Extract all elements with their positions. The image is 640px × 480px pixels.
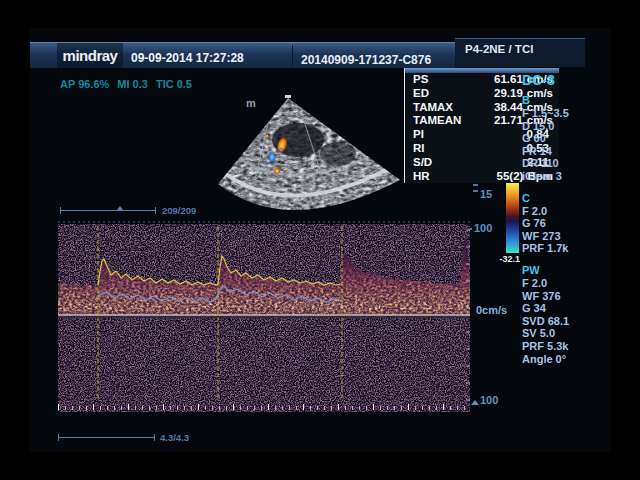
b-param-dynamicrange[interactable]: DR 110 xyxy=(522,157,610,170)
spectral-top-ruler xyxy=(58,221,470,223)
datetime-label: 09-09-2014 17:27:28 xyxy=(131,51,244,65)
baseline-velocity-label: 0cm/s xyxy=(476,304,507,316)
b-mode-image: m xyxy=(210,88,410,228)
pw-mode-header: PW xyxy=(522,264,610,277)
c-param-gain[interactable]: G 76 xyxy=(522,217,610,230)
mi-label: MI 0.3 xyxy=(117,78,148,90)
c-param-wallfilter[interactable]: WF 273 xyxy=(522,230,610,243)
probe-exam-indicator[interactable]: P4-2NE / TCI xyxy=(455,38,585,67)
b-mode-header: B xyxy=(522,94,610,107)
b-mode-params: B F 1.5~3.5 D 15.0 G 60 FR 14 DR 110 iCl… xyxy=(522,94,610,183)
depth-ruler-tick xyxy=(473,190,478,192)
mindray-logo: mindray xyxy=(63,47,118,64)
main-display-area: mindray 09-09-2014 17:27:28 20140909-171… xyxy=(30,28,610,452)
pw-param-frequency[interactable]: F 2.0 xyxy=(522,277,610,290)
pw-param-gain[interactable]: G 34 xyxy=(522,302,610,315)
acoustic-status-line: AP 96.6%MI 0.3TIC 0.5 xyxy=(60,78,200,90)
color-flow-blue-2 xyxy=(279,148,283,152)
tic-label: TIC 0.5 xyxy=(156,78,192,90)
c-param-frequency[interactable]: F 2.0 xyxy=(522,205,610,218)
b-param-gain[interactable]: G 60 xyxy=(522,132,610,145)
pw-param-wallfilter[interactable]: WF 376 xyxy=(522,290,610,303)
pw-param-sv[interactable]: SV 5.0 xyxy=(522,327,610,340)
pw-param-angle[interactable]: Angle 0° xyxy=(522,353,610,366)
acoustic-power-label: AP 96.6% xyxy=(60,78,109,90)
top-bar: mindray 09-09-2014 17:27:28 20140909-171… xyxy=(30,42,455,68)
color-flow-orange-4 xyxy=(265,134,269,138)
color-mode-header: C xyxy=(522,192,610,205)
system-model-label: DC-8 xyxy=(522,72,610,88)
color-flow-orange-3 xyxy=(274,168,281,175)
time-scrollbar[interactable] xyxy=(58,437,155,438)
color-flow-blue-1 xyxy=(268,151,276,163)
b-param-framerate[interactable]: FR 14 xyxy=(522,145,610,158)
color-doppler-scale-bar xyxy=(506,183,519,253)
apex-marker xyxy=(285,95,291,98)
color-mode-params: C F 2.0 G 76 WF 273 PRF 1.7k xyxy=(522,192,610,255)
pw-spectral-display xyxy=(58,224,470,412)
b-param-iclear[interactable]: iClear 3 xyxy=(522,170,610,183)
topbar-divider xyxy=(292,45,293,66)
vendor-logo-box: mindray xyxy=(57,43,123,68)
velocity-scale-bottom: 100 xyxy=(480,394,498,406)
pw-mode-params: PW F 2.0 WF 376 G 34 SVD 68.1 SV 5.0 PRF… xyxy=(522,264,610,365)
ultrasound-screen: mindray 09-09-2014 17:27:28 20140909-171… xyxy=(0,0,640,480)
time-axis-ticks-major xyxy=(58,404,470,410)
depth-ruler-tick xyxy=(473,184,478,186)
cine-frame-count: 209/209 xyxy=(162,205,196,216)
exam-id-label: 20140909-171237-C876 xyxy=(301,53,431,67)
orientation-marker: m xyxy=(246,97,256,109)
depth-label: 15 xyxy=(480,188,492,200)
cine-scrollbar[interactable] xyxy=(60,210,156,211)
pw-param-prf[interactable]: PRF 5.3k xyxy=(522,340,610,353)
parameter-sidebar: DC-8 B F 1.5~3.5 D 15.0 G 60 FR 14 DR 11… xyxy=(522,72,610,374)
time-scroll-value: 4.3/4.3 xyxy=(160,432,189,443)
velocity-scale-top: 100 xyxy=(474,222,492,234)
c-param-prf[interactable]: PRF 1.7k xyxy=(522,242,610,255)
b-param-frequency[interactable]: F 1.5~3.5 xyxy=(522,107,610,120)
cardiac-chamber-dark2 xyxy=(320,142,356,166)
cine-position-marker[interactable] xyxy=(116,206,124,211)
scale-bottom-marker-icon xyxy=(471,400,479,405)
background-noise xyxy=(58,224,470,412)
pw-param-svdepth[interactable]: SVD 68.1 xyxy=(522,315,610,328)
b-param-depth[interactable]: D 15.0 xyxy=(522,120,610,133)
color-scale-value: -32.1 xyxy=(492,254,520,264)
